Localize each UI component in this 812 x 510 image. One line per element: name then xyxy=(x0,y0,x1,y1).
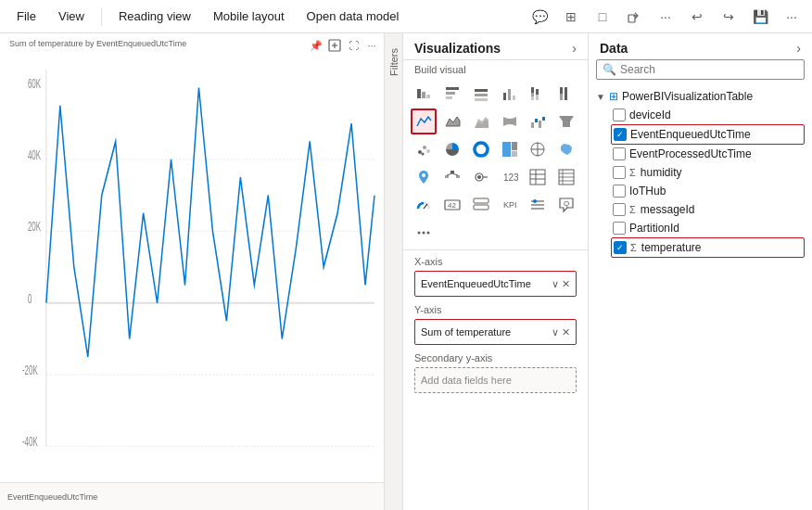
area-chart-icon[interactable] xyxy=(439,108,465,134)
chart-title: Sum of temperature by EventEnqueuedUtcTi… xyxy=(4,35,192,48)
more-icon[interactable]: ··· xyxy=(653,4,679,30)
y-axis-remove-icon[interactable]: ✕ xyxy=(562,326,570,338)
100-stacked-column-icon[interactable] xyxy=(553,81,579,107)
treemap-icon[interactable] xyxy=(497,136,523,162)
multi-row-card-icon[interactable] xyxy=(468,192,494,218)
menu-icon-group: 💬 ⊞ □ ··· ↩ ↪ 💾 ··· xyxy=(527,4,805,30)
svg-rect-50 xyxy=(512,142,517,150)
visualizations-panel: Visualizations › Build visual xyxy=(403,33,589,510)
viz-icons-grid: 123 42 KPI Q xyxy=(403,77,588,250)
search-input[interactable] xyxy=(620,63,798,76)
stacked-column-icon[interactable] xyxy=(525,81,551,107)
secondary-y-label: Secondary y-axis xyxy=(414,352,577,363)
checkbox-eventprocessed[interactable] xyxy=(613,147,626,160)
x-axis-field-box[interactable]: EventEnqueuedUtcTime ∨ ✕ xyxy=(414,271,577,297)
data-panel-expand-icon[interactable]: › xyxy=(796,41,801,56)
data-row-temperature[interactable]: Σ temperature xyxy=(611,237,805,258)
table-name: PowerBIVisualizationTable xyxy=(622,90,753,103)
y-axis-section: Y-axis Sum of temperature ∨ ✕ xyxy=(414,304,577,345)
options-icon[interactable]: ··· xyxy=(779,4,805,30)
data-row-humidity[interactable]: Σ humidity xyxy=(611,163,805,182)
table-icon[interactable] xyxy=(525,164,551,190)
redo-icon[interactable]: ↪ xyxy=(716,4,742,30)
menu-separator-1 xyxy=(101,7,102,26)
secondary-y-section: Secondary y-axis Add data fields here xyxy=(414,352,577,393)
svg-rect-29 xyxy=(531,93,534,96)
ribbon-chart-icon[interactable] xyxy=(497,108,523,134)
checkbox-eventenqueued[interactable] xyxy=(614,128,627,141)
svg-point-83 xyxy=(533,199,537,203)
map-icon[interactable] xyxy=(525,136,551,162)
secondary-y-add-box[interactable]: Add data fields here xyxy=(414,367,577,393)
field-label-humidity: humidity xyxy=(641,166,682,179)
menu-view[interactable]: View xyxy=(49,6,94,27)
checkbox-iothub[interactable] xyxy=(613,185,626,198)
comment-icon[interactable]: 💬 xyxy=(527,4,552,30)
waterfall-icon[interactable] xyxy=(525,108,551,134)
x-axis-section: X-axis EventEnqueuedUtcTime ∨ ✕ xyxy=(414,256,577,297)
data-row-eventprocessed[interactable]: EventProcessedUtcTime xyxy=(611,145,805,163)
menu-open-data-model[interactable]: Open data model xyxy=(298,6,409,27)
svg-rect-19 xyxy=(446,87,459,90)
svg-point-55 xyxy=(422,173,425,177)
menu-reading-view[interactable]: Reading view xyxy=(109,6,200,27)
line-chart-icon[interactable] xyxy=(411,108,437,134)
svg-rect-78 xyxy=(474,205,488,210)
data-row-eventenqueued[interactable]: EventEnqueuedUtcTime xyxy=(611,124,805,145)
key-influencers-icon[interactable] xyxy=(468,164,494,190)
checkbox-messageid[interactable] xyxy=(613,203,626,216)
card-icon[interactable]: 42 xyxy=(439,192,465,218)
menu-mobile-layout[interactable]: Mobile layout xyxy=(204,6,294,27)
refresh-icon[interactable]: ↩ xyxy=(684,4,710,30)
svg-point-86 xyxy=(423,232,425,235)
stacked-bar-icon[interactable] xyxy=(411,81,437,107)
gauge-icon[interactable] xyxy=(411,192,437,218)
viz-panel-expand-icon[interactable]: › xyxy=(572,41,577,56)
checkbox-partitionid[interactable] xyxy=(613,222,626,235)
data-row-messageid[interactable]: Σ messageId xyxy=(611,200,805,219)
decomp-tree-icon[interactable] xyxy=(439,164,465,190)
save-icon[interactable]: 💾 xyxy=(747,4,773,30)
chart-footer: EventEnqueuedUtcTime xyxy=(0,482,384,510)
svg-rect-28 xyxy=(531,96,534,100)
filled-map-icon[interactable] xyxy=(553,136,579,162)
donut-chart-icon[interactable] xyxy=(468,136,494,162)
grid-icon[interactable]: ⊞ xyxy=(558,4,584,30)
more-visuals-icon[interactable] xyxy=(411,220,437,246)
data-row-iothub[interactable]: IoTHub xyxy=(611,182,805,200)
funnel-icon[interactable] xyxy=(553,108,579,134)
checkbox-deviceid[interactable] xyxy=(613,108,626,121)
data-search-box[interactable]: 🔍 xyxy=(596,59,805,80)
data-row-deviceid[interactable]: deviceId xyxy=(611,106,805,124)
chart-area: Sum of temperature by EventEnqueuedUtcTi… xyxy=(0,33,385,510)
field-label-iothub: IoTHub xyxy=(629,185,666,198)
smart-narrative-icon[interactable]: 123 xyxy=(497,164,523,190)
scatter-icon[interactable] xyxy=(411,136,437,162)
y-axis-field-icons: ∨ ✕ xyxy=(552,326,570,338)
window-icon[interactable]: □ xyxy=(590,4,615,30)
data-row-partitionid[interactable]: PartitionId xyxy=(611,219,805,237)
clustered-bar-icon[interactable] xyxy=(439,81,465,107)
stacked-bar-100-icon[interactable] xyxy=(468,81,494,107)
kpi-icon[interactable]: KPI xyxy=(497,192,523,218)
x-axis-remove-icon[interactable]: ✕ xyxy=(562,278,570,290)
chart-svg: 60K 40K 20K 0 -20K -40K xyxy=(0,52,384,482)
checkbox-temperature[interactable] xyxy=(614,241,627,254)
x-axis-dropdown-icon[interactable]: ∨ xyxy=(552,278,559,290)
svg-rect-16 xyxy=(417,89,421,98)
stacked-area-icon[interactable] xyxy=(468,108,494,134)
share-icon[interactable] xyxy=(621,4,647,30)
menu-file[interactable]: File xyxy=(7,6,45,27)
tree-expand-icon[interactable]: ▼ xyxy=(596,92,605,102)
clustered-column-icon[interactable] xyxy=(497,81,523,107)
pie-chart-icon[interactable] xyxy=(439,136,465,162)
azure-map-icon[interactable] xyxy=(411,164,437,190)
matrix-icon[interactable] xyxy=(553,164,579,190)
sigma-humidity: Σ xyxy=(629,167,636,178)
y-axis-dropdown-icon[interactable]: ∨ xyxy=(552,326,559,338)
svg-rect-31 xyxy=(536,95,539,100)
checkbox-humidity[interactable] xyxy=(613,166,626,179)
y-axis-field-box[interactable]: Sum of temperature ∨ ✕ xyxy=(414,319,577,345)
slicer-icon[interactable] xyxy=(525,192,551,218)
qna-icon[interactable]: Q xyxy=(553,192,579,218)
